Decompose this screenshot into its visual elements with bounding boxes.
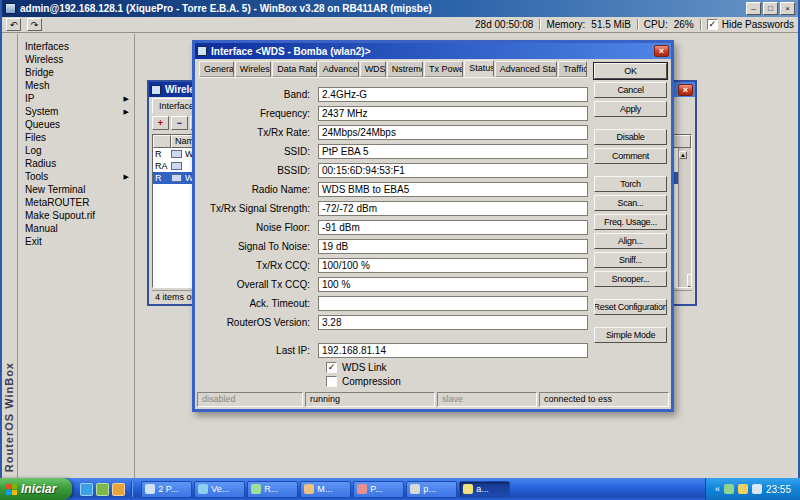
wds-link-checkbox[interactable]: ✓ WDS Link [326,361,588,374]
clock[interactable]: 23:55 [766,484,791,495]
sidebar-item-bridge[interactable]: Bridge [18,66,134,79]
sidebar-item-label: Make Supout.rif [25,210,95,221]
scan-button[interactable]: Scan... [594,195,667,211]
minimize-icon[interactable]: – [746,2,761,15]
taskbar-window-button[interactable]: M... [300,481,351,498]
maximize-icon[interactable]: □ [763,2,778,15]
sidebar-item-metarouter[interactable]: MetaROUTER [18,196,134,209]
taskbar-window-button[interactable]: 2 P... [141,481,192,498]
dialog-titlebar[interactable]: Interface <WDS - Bomba (wlan2)> × [195,43,671,59]
taskbar-window-button-active[interactable]: a... [459,481,510,498]
tab-status[interactable]: Status [464,60,494,77]
reset-configuration-button[interactable]: Reset Configuration [594,299,667,315]
window-icon [304,484,314,494]
taskbar-button-label: p... [423,484,436,494]
close-icon[interactable]: × [678,84,693,96]
wmm-enabled-checkbox[interactable]: WMM Enabled [326,389,588,390]
hide-passwords-label: Hide Passwords [722,19,794,30]
check-icon: ✓ [708,20,716,29]
radio-name-value: WDS BMB to EBA5 [318,182,588,197]
window-icon [410,484,420,494]
cancel-button[interactable]: Cancel [594,82,667,98]
quicklaunch-desktop-icon[interactable] [96,483,109,496]
start-button[interactable]: Iniciar [0,478,72,500]
noise-floor-value: -91 dBm [318,220,588,235]
tab-traffic[interactable]: Traffic [558,61,587,77]
freq-usage-button[interactable]: Freq. Usage... [594,214,667,230]
sidebar-item-interfaces[interactable]: Interfaces [18,40,134,53]
scroll-down-icon[interactable]: ▼ [687,274,692,287]
dialog-tab-area: General Wireless Data Rates Advanced WDS… [195,59,591,390]
snooper-button[interactable]: Snooper... [594,271,667,287]
tab-wds[interactable]: WDS [360,61,386,77]
band-value: 2.4GHz-G [318,87,588,102]
compression-checkbox[interactable]: Compression [326,375,588,388]
checkbox-box [326,376,337,387]
taskbar-window-button[interactable]: P... [353,481,404,498]
sidebar-item-wireless[interactable]: Wireless [18,53,134,66]
taskbar-window-button[interactable]: Ve... [194,481,245,498]
simple-mode-button[interactable]: Simple Mode [594,327,667,343]
tab-advanced[interactable]: Advanced [318,61,359,77]
ok-button[interactable]: OK [594,63,667,79]
close-icon[interactable]: × [780,2,795,15]
app-titlebar[interactable]: admin@192.168.128.1 (XiquePro - Torre E.… [2,0,798,17]
disable-button[interactable]: Disable [594,129,667,145]
tab-general[interactable]: General [199,61,234,77]
start-label: Iniciar [21,482,56,496]
remove-button[interactable]: − [171,116,188,130]
sidebar-item-tools[interactable]: Tools▶ [18,170,134,183]
taskbar-window-button[interactable]: R... [247,481,298,498]
quicklaunch-app-icon[interactable] [112,483,125,496]
status-running: running [305,392,435,407]
sidebar-item-system[interactable]: System▶ [18,105,134,118]
column-header-flags[interactable] [153,135,171,148]
separator [539,19,540,30]
sidebar-item-mesh[interactable]: Mesh [18,79,134,92]
apply-button[interactable]: Apply [594,101,667,117]
redo-icon[interactable]: ↷ [27,18,42,31]
sidebar-item-manual[interactable]: Manual [18,222,134,235]
hide-passwords-checkbox[interactable]: ✓ Hide Passwords [707,19,794,30]
sidebar-item-exit[interactable]: Exit [18,235,134,248]
sidebar-menu: Interfaces Wireless Bridge Mesh IP▶ Syst… [18,34,135,478]
overall-tx-ccq-value: 100 % [318,277,588,292]
tab-wireless[interactable]: Wireless [235,61,272,77]
sidebar-item-log[interactable]: Log [18,144,134,157]
sidebar-item-queues[interactable]: Queues [18,118,134,131]
sidebar-item-make-supout[interactable]: Make Supout.rif [18,209,134,222]
tab-data-rates[interactable]: Data Rates [272,61,317,77]
tab-nstreme[interactable]: Nstreme [387,61,423,77]
tray-security-icon[interactable] [724,484,734,494]
undo-icon[interactable]: ↶ [6,18,21,31]
interface-status-dialog: Interface <WDS - Bomba (wlan2)> × Genera… [192,40,674,412]
sidebar-item-files[interactable]: Files [18,131,134,144]
tray-volume-icon[interactable] [738,484,748,494]
close-icon[interactable]: × [654,45,669,57]
add-button[interactable]: + [152,116,169,130]
tray-chevron-icon[interactable]: « [715,484,720,494]
sidebar-item-ip[interactable]: IP▶ [18,92,134,105]
chevron-right-icon: ▶ [124,92,129,105]
quicklaunch-browser-icon[interactable] [80,483,93,496]
status-tab-page: Band:2.4GHz-G Frequency:2437 MHz Tx/Rx R… [198,78,588,390]
taskbar-window-button[interactable]: p... [406,481,457,498]
checkbox-box: ✓ [707,19,718,30]
align-button[interactable]: Align... [594,233,667,249]
sniff-button[interactable]: Sniff... [594,252,667,268]
memory-value: 51.5 MiB [591,19,630,30]
wireless-window-icon [151,85,161,95]
tab-advanced-status[interactable]: Advanced Status [495,61,557,77]
scroll-up-icon[interactable]: ▲ [679,151,687,159]
tx-rx-ccq-value: 100/100 % [318,258,588,273]
tab-tx-power[interactable]: Tx Power [424,61,463,77]
torch-button[interactable]: Torch [594,176,667,192]
sidebar-item-new-terminal[interactable]: New Terminal [18,183,134,196]
sidebar-item-radius[interactable]: Radius [18,157,134,170]
tray-network-icon[interactable] [752,484,762,494]
cpu-label: CPU: [644,19,668,30]
comment-button[interactable]: Comment [594,148,667,164]
tx-rx-rate-value: 24Mbps/24Mbps [318,125,588,140]
mdi-workspace: Wireless × Interfaces + − ✓ ✗ [135,34,798,478]
vertical-scrollbar[interactable]: ▲ ▼ [678,148,691,287]
